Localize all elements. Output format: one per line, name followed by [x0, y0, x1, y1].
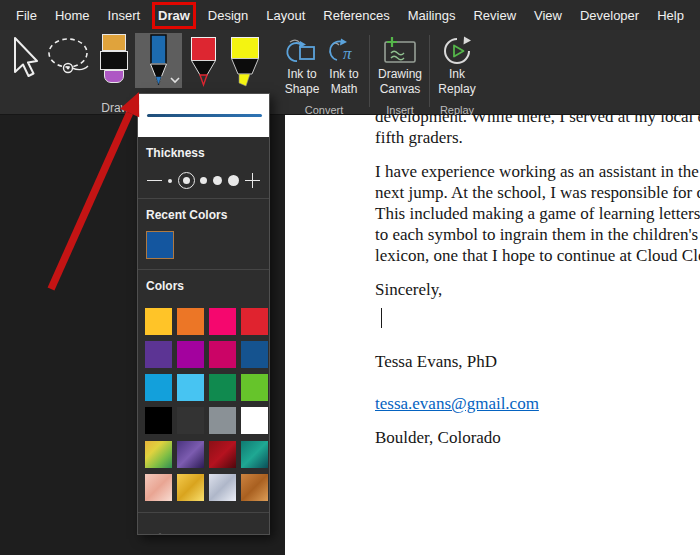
ink-replay-icon — [441, 35, 473, 67]
galaxy-pen-swatch[interactable] — [177, 441, 204, 468]
document-line: next jump. At the school, I was responsi… — [375, 182, 700, 203]
color-swatch[interactable] — [177, 407, 204, 434]
pen-options-panel: Thickness Recent Colors Colors More Colo… — [137, 93, 270, 535]
document-line: fifth graders. — [375, 127, 700, 148]
document-line: Sincerely, — [375, 279, 700, 300]
group-divider — [429, 35, 430, 107]
ribbon: Draw... Ink to Shape π — [0, 30, 700, 115]
menu-tab-developer[interactable]: Developer — [580, 8, 639, 23]
lasso-select-button[interactable] — [46, 37, 94, 83]
color-swatch[interactable] — [145, 308, 172, 335]
ink-to-shape-icon — [285, 36, 319, 66]
ink-to-math-button[interactable]: π Ink to Math — [323, 34, 365, 96]
stroke-preview-line — [147, 114, 262, 117]
color-swatch[interactable] — [145, 341, 172, 368]
menu-tab-review[interactable]: Review — [473, 8, 516, 23]
eraser-icon — [100, 34, 128, 83]
stroke-preview — [138, 94, 269, 137]
paragraph-spacer — [375, 414, 700, 427]
highlighter-icon — [231, 36, 259, 88]
text-caret — [381, 308, 382, 328]
document-line: This included making a game of learning … — [375, 203, 700, 224]
effect-pen-grid — [138, 441, 269, 501]
menu-tab-references[interactable]: References — [323, 8, 389, 23]
color-swatch[interactable] — [209, 341, 236, 368]
thickness-option[interactable] — [183, 177, 190, 184]
cursor-arrow-icon — [8, 35, 38, 81]
ink-to-shape-button[interactable]: Ink to Shape — [281, 34, 323, 96]
red-pen-button[interactable] — [190, 36, 217, 92]
section-divider — [138, 512, 269, 513]
color-swatch[interactable] — [241, 374, 268, 401]
recent-colors-label: Recent Colors — [138, 199, 269, 224]
menu-tab-draw[interactable]: Draw — [158, 8, 190, 23]
thickness-option-selected[interactable] — [178, 172, 195, 189]
color-swatch[interactable] — [241, 308, 268, 335]
color-swatch[interactable] — [177, 341, 204, 368]
rainbow-glitter-pen-swatch[interactable] — [145, 441, 172, 468]
ink-to-math-icon: π — [327, 36, 361, 66]
rose-gold-glitter-pen-swatch[interactable] — [145, 474, 172, 501]
document-line: lexicon, one that I hope to continue at … — [375, 245, 700, 266]
lava-pen-swatch[interactable] — [209, 441, 236, 468]
silver-glitter-pen-swatch[interactable] — [209, 474, 236, 501]
text-cursor-line — [375, 306, 700, 330]
decrease-thickness-button[interactable] — [147, 180, 162, 182]
document-line: development. While there, I served at my… — [375, 115, 700, 127]
menu-tab-insert[interactable]: Insert — [108, 8, 141, 23]
chevron-down-icon — [171, 78, 179, 82]
color-grid — [138, 308, 269, 434]
bronze-glitter-pen-swatch[interactable] — [241, 474, 268, 501]
menu-tab-view[interactable]: View — [534, 8, 562, 23]
menu-tab-file[interactable]: File — [16, 8, 37, 23]
document-page[interactable]: development. While there, I served at my… — [285, 115, 700, 555]
document-line: Tessa Evans, PhD — [375, 351, 700, 372]
thickness-option[interactable] — [200, 177, 207, 184]
document-line: I have experience working as an assistan… — [375, 161, 700, 182]
paragraph-spacer — [375, 372, 700, 393]
color-swatch[interactable] — [209, 308, 236, 335]
color-swatch[interactable] — [241, 341, 268, 368]
thickness-label: Thickness — [138, 137, 269, 162]
recent-colors-row — [138, 224, 269, 269]
email-link[interactable]: tessa.evans@gmail.com — [375, 393, 700, 414]
blue-pen-button[interactable] — [135, 33, 182, 88]
group-divider — [369, 35, 370, 107]
thickness-row — [138, 162, 269, 198]
color-swatch[interactable] — [209, 407, 236, 434]
drawing-canvas-button[interactable]: Drawing Canvas — [374, 34, 426, 96]
thickness-option[interactable] — [213, 176, 222, 185]
document-text: development. While there, I served at my… — [375, 115, 700, 448]
more-colors-button[interactable]: More Colors... — [138, 524, 269, 535]
menu-tab-layout[interactable]: Layout — [266, 8, 305, 23]
svg-text:π: π — [343, 44, 352, 63]
document-line: Boulder, Colorado — [375, 427, 700, 448]
color-swatch[interactable] — [241, 407, 268, 434]
drawing-canvas-icon — [382, 36, 418, 66]
menu-tab-help[interactable]: Help — [657, 8, 684, 23]
menu-tab-design[interactable]: Design — [208, 8, 248, 23]
red-pen-icon — [190, 36, 217, 88]
menu-tab-home[interactable]: Home — [55, 8, 90, 23]
select-tool-button[interactable] — [8, 35, 38, 85]
word-window: development. While there, I served at my… — [0, 0, 700, 555]
paragraph-spacer — [375, 266, 700, 279]
lasso-select-icon — [46, 37, 94, 79]
gold-glitter-pen-swatch[interactable] — [177, 474, 204, 501]
paragraph-spacer — [375, 148, 700, 161]
ocean-pen-swatch[interactable] — [241, 441, 268, 468]
highlighter-button[interactable] — [231, 36, 259, 92]
eraser-tool-button[interactable] — [100, 34, 128, 83]
color-swatch[interactable] — [177, 308, 204, 335]
thickness-option[interactable] — [168, 179, 172, 183]
color-swatch[interactable] — [145, 407, 172, 434]
color-swatch[interactable] — [177, 374, 204, 401]
more-colors-text: More Colors... — [178, 535, 260, 536]
recent-color-swatch[interactable] — [146, 231, 174, 259]
color-swatch[interactable] — [209, 374, 236, 401]
menu-tab-mailings[interactable]: Mailings — [408, 8, 456, 23]
increase-thickness-button[interactable] — [245, 173, 260, 188]
thickness-option[interactable] — [228, 175, 239, 186]
color-swatch[interactable] — [145, 374, 172, 401]
ink-replay-button[interactable]: Ink Replay — [434, 34, 480, 96]
